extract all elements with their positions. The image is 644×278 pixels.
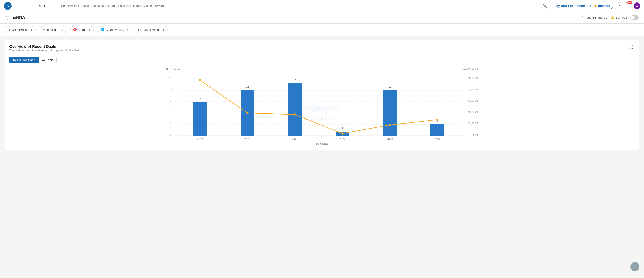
bar-2023	[383, 90, 396, 135]
apps-button[interactable]: ⊞ New	[624, 3, 631, 9]
bar-2024	[430, 124, 444, 135]
svg-text:6: 6	[170, 111, 171, 113]
set-alert-label: Set Alert	[616, 16, 627, 19]
svg-text:9: 9	[170, 99, 171, 102]
svg-text:14: 14	[294, 78, 296, 81]
search-input[interactable]	[61, 4, 541, 8]
chart-area: Synapse by patsnap No. of Deals 15 12 9 …	[9, 68, 635, 146]
filter-tab-organization[interactable]: ▦ Organization ⚙	[4, 26, 36, 33]
svg-text:$3,974M: $3,974M	[468, 111, 478, 113]
bar-2019	[193, 102, 207, 135]
tab-divider-4	[133, 27, 133, 33]
x-label-2019: 2019	[197, 138, 203, 141]
try-hiro-button[interactable]: Try Hiro Life Sciences	[555, 4, 588, 8]
org-icon: ▦	[8, 28, 10, 32]
x-label-2021: 2021	[292, 138, 298, 141]
svg-text:$9,935M: $9,935M	[468, 77, 478, 79]
tab-divider	[38, 27, 38, 33]
scroll-to-top-button[interactable]: ↑	[630, 262, 640, 271]
filter-settings-icon-2: ⚙	[61, 28, 63, 31]
main-header: S All ▾ 🔍 Try Hiro Life Sciences ★ Upgra…	[0, 0, 644, 12]
filter-tabs-bar: ▦ Organization ⚙ ✳ Indication ⚙ 🎯 Target…	[0, 24, 644, 36]
chart-subtitle: The total number of deals and public pay…	[9, 49, 80, 52]
svg-rect-4	[15, 60, 16, 61]
line-dot-2019	[199, 79, 201, 81]
set-alert-button[interactable]: 🔔 Set Alert	[611, 16, 627, 19]
sirna-icon: ⬡	[6, 15, 9, 20]
search-button[interactable]: 🔍	[543, 4, 547, 8]
logo-icon: S	[4, 2, 12, 10]
tab-divider-3	[96, 27, 96, 33]
filter-settings-icon: ⚙	[30, 28, 33, 31]
filter-tab-country[interactable]: 🌐 Country/Loc... ⚙	[98, 26, 131, 33]
chart-header-left: Overview of Recent Deals The total numbe…	[9, 44, 80, 56]
filter-tab-target[interactable]: 🎯 Target ⚙	[70, 26, 94, 33]
chart-title: Overview of Recent Deals	[9, 44, 80, 49]
svg-text:3: 3	[170, 122, 171, 125]
all-label: All	[39, 4, 42, 8]
x-label-2022: 2022	[340, 138, 346, 141]
deals-chart-svg: Synapse by patsnap No. of Deals 15 12 9 …	[9, 68, 635, 145]
main-content: Overview of Recent Deals The total numbe…	[0, 36, 644, 154]
search-filter-dropdown[interactable]: All ▾	[36, 2, 56, 10]
summarize-icon: 📄	[580, 16, 583, 19]
filter-tab-org-label: Organization	[12, 28, 28, 32]
filter-tab-patent[interactable]: 🗂 Patent Mining ⚙	[135, 26, 168, 33]
logo-area: S	[4, 2, 33, 10]
svg-rect-3	[14, 59, 15, 61]
line-dot-2024	[436, 119, 438, 121]
svg-text:12: 12	[388, 85, 391, 88]
grid-icon: ⊞	[626, 4, 629, 8]
filter-tab-indication[interactable]: ✳ Indication ⚙	[40, 26, 66, 33]
svg-text:0: 0	[170, 133, 171, 136]
new-badge: New	[627, 1, 632, 4]
expand-button[interactable]: ⛶	[628, 44, 635, 50]
watermark-text: Synapse	[304, 103, 340, 112]
watermark-sub: by patsnap	[310, 115, 334, 121]
y-right-title: Total Payment	[462, 68, 478, 70]
column-chart-label: Column Chart	[17, 58, 35, 62]
search-bar: 🔍	[59, 2, 550, 10]
chevron-down-icon: ▾	[44, 4, 45, 8]
filter-tab-country-label: Country/Loc...	[106, 28, 124, 32]
chart-header: Overview of Recent Deals The total numbe…	[9, 44, 635, 56]
page-summarize-label: Page Summarize	[584, 16, 607, 19]
tab-divider-2	[68, 27, 68, 33]
svg-text:12: 12	[246, 85, 249, 88]
table-label: Table	[46, 58, 53, 62]
line-dot-2022	[341, 132, 344, 135]
svg-rect-2	[13, 59, 14, 61]
country-icon: 🌐	[100, 28, 104, 32]
header-actions: Try Hiro Life Sciences ★ Upgrade ? ⊞ New…	[555, 3, 640, 9]
svg-text:$0M: $0M	[473, 133, 478, 136]
filter-tab-indication-label: Indication	[46, 28, 59, 32]
page-summarize-button[interactable]: 📄 Page Summarize	[580, 16, 607, 19]
upgrade-button[interactable]: ★ Upgrade	[590, 3, 613, 9]
column-chart-icon	[13, 58, 16, 62]
x-label-2024: 2024	[434, 138, 440, 141]
star-icon: ★	[594, 4, 597, 8]
svg-text:15: 15	[169, 77, 172, 79]
table-button[interactable]: Table	[39, 57, 57, 63]
svg-text:$1,987M: $1,987M	[468, 122, 478, 125]
x-label-2020: 2020	[244, 138, 250, 141]
alert-icon: 🔔	[611, 16, 614, 19]
page-title: siRNA	[13, 15, 25, 20]
alert-toggle[interactable]	[630, 15, 638, 20]
indication-icon: ✳	[42, 28, 45, 32]
svg-text:9: 9	[199, 97, 201, 100]
filter-settings-icon-3: ⚙	[88, 28, 91, 31]
x-axis-title: Deal Date	[316, 142, 328, 145]
filter-tab-target-label: Target	[78, 28, 86, 32]
help-button[interactable]: ?	[616, 3, 622, 9]
user-avatar[interactable]: X	[634, 3, 640, 9]
sub-header: ⬡ siRNA 📄 Page Summarize 🔔 Set Alert	[0, 12, 644, 24]
svg-rect-7	[42, 60, 45, 61]
column-chart-button[interactable]: Column Chart	[9, 57, 39, 63]
y-left-title: No. of Deals	[166, 68, 180, 70]
line-dot-2020	[246, 112, 248, 114]
svg-text:1: 1	[342, 127, 343, 130]
filter-settings-icon-4: ⚙	[126, 28, 128, 31]
line-dot-2023	[389, 124, 391, 126]
sub-header-actions: 📄 Page Summarize 🔔 Set Alert	[580, 15, 638, 20]
